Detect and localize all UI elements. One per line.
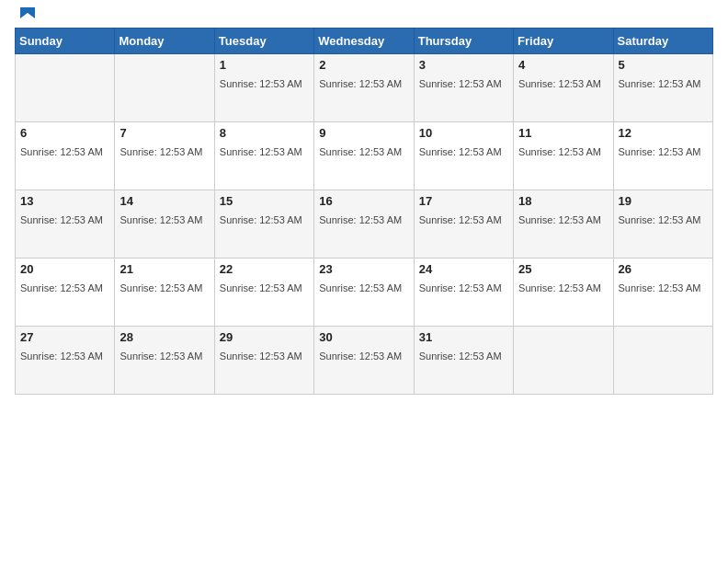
logo bbox=[15, 13, 39, 24]
calendar-cell: 1Sunrise: 12:53 AM bbox=[214, 54, 313, 122]
sunrise-time: Sunrise: 12:53 AM bbox=[619, 282, 701, 293]
sunrise-time: Sunrise: 12:53 AM bbox=[518, 282, 601, 293]
sunrise-time: Sunrise: 12:53 AM bbox=[419, 350, 502, 362]
calendar-cell: 7Sunrise: 12:53 AM bbox=[115, 122, 214, 190]
sunrise-time: Sunrise: 12:53 AM bbox=[419, 214, 502, 225]
calendar-cell: 3Sunrise: 12:53 AM bbox=[414, 54, 513, 122]
calendar-cell: 9Sunrise: 12:53 AM bbox=[314, 122, 414, 190]
sunrise-time: Sunrise: 12:53 AM bbox=[518, 78, 601, 89]
day-number: 24 bbox=[419, 262, 508, 276]
calendar-cell: 19Sunrise: 12:53 AM bbox=[613, 190, 712, 259]
day-number: 31 bbox=[419, 330, 508, 344]
day-number: 30 bbox=[319, 330, 408, 344]
day-number: 13 bbox=[20, 194, 109, 208]
calendar: SundayMondayTuesdayWednesdayThursdayFrid… bbox=[15, 28, 713, 395]
calendar-cell: 27Sunrise: 12:53 AM bbox=[16, 327, 115, 395]
day-headers-row: SundayMondayTuesdayWednesdayThursdayFrid… bbox=[16, 29, 713, 54]
calendar-cell: 21Sunrise: 12:53 AM bbox=[115, 259, 214, 327]
day-number: 9 bbox=[319, 126, 408, 140]
logo-icon bbox=[17, 6, 39, 28]
sunrise-time: Sunrise: 12:53 AM bbox=[220, 350, 302, 362]
day-header-saturday: Saturday bbox=[613, 29, 712, 54]
sunrise-time: Sunrise: 12:53 AM bbox=[619, 78, 701, 89]
sunrise-time: Sunrise: 12:53 AM bbox=[220, 146, 302, 157]
sunrise-time: Sunrise: 12:53 AM bbox=[119, 282, 202, 293]
day-number: 15 bbox=[220, 194, 309, 208]
day-number: 19 bbox=[619, 194, 708, 208]
day-number: 5 bbox=[619, 58, 708, 72]
svg-marker-0 bbox=[20, 7, 35, 18]
page: SundayMondayTuesdayWednesdayThursdayFrid… bbox=[0, 0, 728, 563]
sunrise-time: Sunrise: 12:53 AM bbox=[20, 282, 103, 293]
sunrise-time: Sunrise: 12:53 AM bbox=[619, 146, 701, 157]
sunrise-time: Sunrise: 12:53 AM bbox=[20, 214, 103, 225]
week-row-0: 1Sunrise: 12:53 AM2Sunrise: 12:53 AM3Sun… bbox=[16, 54, 713, 122]
day-number: 26 bbox=[619, 262, 708, 276]
day-number: 28 bbox=[119, 330, 209, 344]
sunrise-time: Sunrise: 12:53 AM bbox=[119, 214, 202, 225]
day-header-friday: Friday bbox=[514, 29, 613, 54]
calendar-cell: 25Sunrise: 12:53 AM bbox=[514, 259, 613, 327]
day-number: 8 bbox=[220, 126, 309, 140]
week-row-4: 27Sunrise: 12:53 AM28Sunrise: 12:53 AM29… bbox=[16, 327, 713, 395]
day-number: 20 bbox=[20, 262, 109, 276]
calendar-cell: 23Sunrise: 12:53 AM bbox=[314, 259, 414, 327]
week-row-2: 13Sunrise: 12:53 AM14Sunrise: 12:53 AM15… bbox=[16, 190, 713, 259]
day-number: 3 bbox=[419, 58, 508, 72]
sunrise-time: Sunrise: 12:53 AM bbox=[419, 282, 502, 293]
calendar-cell: 14Sunrise: 12:53 AM bbox=[115, 190, 214, 259]
calendar-cell bbox=[16, 54, 115, 122]
calendar-cell: 24Sunrise: 12:53 AM bbox=[414, 259, 513, 327]
day-number: 2 bbox=[319, 58, 408, 72]
calendar-cell: 29Sunrise: 12:53 AM bbox=[214, 327, 313, 395]
sunrise-time: Sunrise: 12:53 AM bbox=[319, 350, 402, 362]
day-number: 12 bbox=[619, 126, 708, 140]
calendar-cell: 30Sunrise: 12:53 AM bbox=[314, 327, 414, 395]
calendar-cell: 5Sunrise: 12:53 AM bbox=[613, 54, 712, 122]
day-number: 6 bbox=[20, 126, 109, 140]
week-row-1: 6Sunrise: 12:53 AM7Sunrise: 12:53 AM8Sun… bbox=[16, 122, 713, 190]
calendar-cell: 22Sunrise: 12:53 AM bbox=[214, 259, 313, 327]
sunrise-time: Sunrise: 12:53 AM bbox=[220, 282, 302, 293]
day-number: 18 bbox=[518, 194, 608, 208]
sunrise-time: Sunrise: 12:53 AM bbox=[119, 146, 202, 157]
day-number: 23 bbox=[319, 262, 408, 276]
calendar-cell: 28Sunrise: 12:53 AM bbox=[115, 327, 214, 395]
sunrise-time: Sunrise: 12:53 AM bbox=[319, 282, 402, 293]
sunrise-time: Sunrise: 12:53 AM bbox=[220, 78, 302, 89]
sunrise-time: Sunrise: 12:53 AM bbox=[518, 214, 601, 225]
day-number: 27 bbox=[20, 330, 109, 344]
day-number: 17 bbox=[419, 194, 508, 208]
sunrise-time: Sunrise: 12:53 AM bbox=[518, 146, 601, 157]
day-header-tuesday: Tuesday bbox=[214, 29, 313, 54]
calendar-cell: 12Sunrise: 12:53 AM bbox=[613, 122, 712, 190]
week-row-3: 20Sunrise: 12:53 AM21Sunrise: 12:53 AM22… bbox=[16, 259, 713, 327]
day-number: 16 bbox=[319, 194, 408, 208]
sunrise-time: Sunrise: 12:53 AM bbox=[220, 214, 302, 225]
day-number: 4 bbox=[518, 58, 608, 72]
calendar-cell bbox=[514, 327, 613, 395]
calendar-cell bbox=[115, 54, 214, 122]
calendar-cell: 8Sunrise: 12:53 AM bbox=[214, 122, 313, 190]
sunrise-time: Sunrise: 12:53 AM bbox=[119, 350, 202, 362]
sunrise-time: Sunrise: 12:53 AM bbox=[319, 78, 402, 89]
day-header-sunday: Sunday bbox=[16, 29, 115, 54]
sunrise-time: Sunrise: 12:53 AM bbox=[419, 78, 502, 89]
day-number: 10 bbox=[419, 126, 508, 140]
day-number: 25 bbox=[518, 262, 608, 276]
calendar-cell: 15Sunrise: 12:53 AM bbox=[214, 190, 313, 259]
day-number: 11 bbox=[518, 126, 608, 140]
calendar-cell: 10Sunrise: 12:53 AM bbox=[414, 122, 513, 190]
day-number: 1 bbox=[220, 58, 309, 72]
sunrise-time: Sunrise: 12:53 AM bbox=[619, 214, 701, 225]
calendar-cell: 16Sunrise: 12:53 AM bbox=[314, 190, 414, 259]
calendar-cell: 11Sunrise: 12:53 AM bbox=[514, 122, 613, 190]
calendar-cell bbox=[613, 327, 712, 395]
day-number: 21 bbox=[119, 262, 209, 276]
sunrise-time: Sunrise: 12:53 AM bbox=[20, 350, 103, 362]
calendar-cell: 20Sunrise: 12:53 AM bbox=[16, 259, 115, 327]
sunrise-time: Sunrise: 12:53 AM bbox=[319, 146, 402, 157]
calendar-cell: 4Sunrise: 12:53 AM bbox=[514, 54, 613, 122]
day-number: 29 bbox=[220, 330, 309, 344]
day-number: 22 bbox=[220, 262, 309, 276]
